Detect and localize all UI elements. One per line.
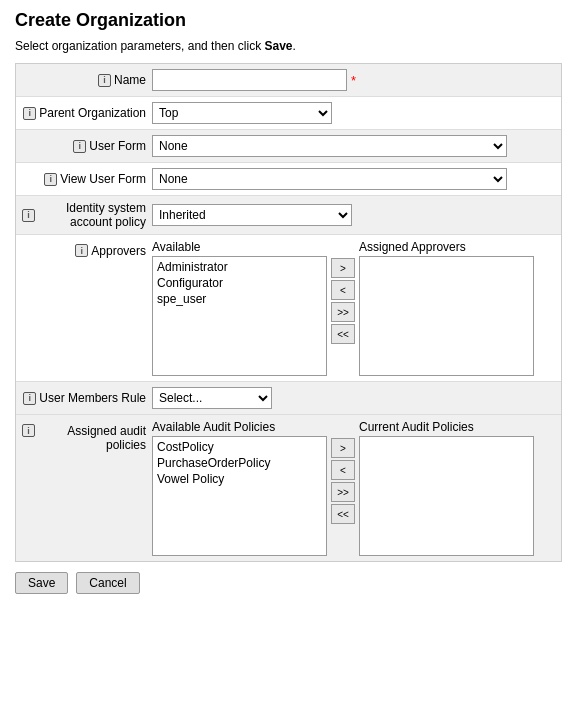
parent-org-row: i Parent Organization Top	[16, 97, 561, 130]
move-all-left-button[interactable]: <<	[331, 324, 355, 344]
approvers-label: Approvers	[91, 244, 146, 258]
list-item[interactable]: Administrator	[155, 259, 324, 275]
identity-label: Identity system account policy	[38, 201, 146, 229]
audit-move-right-button[interactable]: >	[331, 438, 355, 458]
intro-text: Select organization parameters, and then…	[15, 39, 562, 53]
action-buttons: Save Cancel	[15, 572, 562, 594]
available-audit-label: Available Audit Policies	[152, 420, 327, 434]
cancel-button[interactable]: Cancel	[76, 572, 139, 594]
user-form-label-cell: i User Form	[22, 139, 152, 153]
audit-inner: Available Audit Policies CostPolicy Purc…	[152, 420, 555, 556]
approvers-info-icon[interactable]: i	[75, 244, 88, 257]
move-all-right-button[interactable]: >>	[331, 302, 355, 322]
approvers-label-cell: i Approvers	[22, 240, 152, 258]
audit-move-all-left-button[interactable]: <<	[331, 504, 355, 524]
approvers-lists: Available Administrator Configurator spe…	[152, 240, 555, 376]
name-info-icon[interactable]: i	[98, 74, 111, 87]
audit-policies-row: i Assigned audit policies Available Audi…	[16, 415, 561, 561]
required-star: *	[351, 73, 356, 88]
current-audit-section: Current Audit Policies	[359, 420, 534, 556]
user-members-row: i User Members Rule Select...	[16, 382, 561, 415]
name-row: i Name *	[16, 64, 561, 97]
create-org-form: i Name * i Parent Organization Top i Use…	[15, 63, 562, 562]
parent-org-label: Parent Organization	[39, 106, 146, 120]
audit-move-left-button[interactable]: <	[331, 460, 355, 480]
view-user-form-label: View User Form	[60, 172, 146, 186]
list-item[interactable]: CostPolicy	[155, 439, 324, 455]
audit-move-all-right-button[interactable]: >>	[331, 482, 355, 502]
parent-org-control: Top	[152, 102, 555, 124]
available-audit-list[interactable]: CostPolicy PurchaseOrderPolicy Vowel Pol…	[152, 436, 327, 556]
audit-info-icon[interactable]: i	[22, 424, 35, 437]
view-user-form-row: i View User Form None	[16, 163, 561, 196]
audit-label-cell: i Assigned audit policies	[22, 420, 152, 452]
parent-org-label-cell: i Parent Organization	[22, 106, 152, 120]
move-left-button[interactable]: <	[331, 280, 355, 300]
name-label: Name	[114, 73, 146, 87]
user-members-label-cell: i User Members Rule	[22, 391, 152, 405]
name-input[interactable]	[152, 69, 347, 91]
name-control: *	[152, 69, 555, 91]
user-members-info-icon[interactable]: i	[23, 392, 36, 405]
list-item[interactable]: Vowel Policy	[155, 471, 324, 487]
name-label-cell: i Name	[22, 73, 152, 87]
audit-lists: Available Audit Policies CostPolicy Purc…	[152, 420, 555, 556]
identity-info-icon[interactable]: i	[22, 209, 35, 222]
user-members-control: Select...	[152, 387, 555, 409]
assigned-approvers-label: Assigned Approvers	[359, 240, 534, 254]
current-audit-label: Current Audit Policies	[359, 420, 534, 434]
identity-select[interactable]: Inherited	[152, 204, 352, 226]
assigned-approvers-list[interactable]	[359, 256, 534, 376]
page-title: Create Organization	[15, 10, 562, 31]
audit-arrow-buttons: > < >> <<	[331, 420, 355, 524]
approvers-inner: Available Administrator Configurator spe…	[152, 240, 555, 376]
list-item[interactable]: spe_user	[155, 291, 324, 307]
user-form-info-icon[interactable]: i	[73, 140, 86, 153]
audit-label: Assigned audit policies	[38, 424, 146, 452]
available-audit-section: Available Audit Policies CostPolicy Purc…	[152, 420, 327, 556]
available-approvers-label: Available	[152, 240, 327, 254]
view-user-form-label-cell: i View User Form	[22, 172, 152, 186]
list-item[interactable]: Configurator	[155, 275, 324, 291]
user-members-label: User Members Rule	[39, 391, 146, 405]
save-button[interactable]: Save	[15, 572, 68, 594]
user-form-select[interactable]: None	[152, 135, 507, 157]
available-approvers-list[interactable]: Administrator Configurator spe_user	[152, 256, 327, 376]
parent-org-select[interactable]: Top	[152, 102, 332, 124]
identity-control: Inherited	[152, 204, 555, 226]
current-audit-list[interactable]	[359, 436, 534, 556]
assigned-approvers-section: Assigned Approvers	[359, 240, 534, 376]
view-user-form-control: None	[152, 168, 555, 190]
list-item[interactable]: PurchaseOrderPolicy	[155, 455, 324, 471]
view-user-form-info-icon[interactable]: i	[44, 173, 57, 186]
approvers-row: i Approvers Available Administrator Conf…	[16, 235, 561, 382]
move-right-button[interactable]: >	[331, 258, 355, 278]
user-form-row: i User Form None	[16, 130, 561, 163]
parent-org-info-icon[interactable]: i	[23, 107, 36, 120]
approvers-arrow-buttons: > < >> <<	[331, 240, 355, 344]
identity-label-cell: i Identity system account policy	[22, 201, 152, 229]
view-user-form-select[interactable]: None	[152, 168, 507, 190]
identity-row: i Identity system account policy Inherit…	[16, 196, 561, 235]
available-approvers-section: Available Administrator Configurator spe…	[152, 240, 327, 376]
user-form-label: User Form	[89, 139, 146, 153]
user-form-control: None	[152, 135, 555, 157]
user-members-select[interactable]: Select...	[152, 387, 272, 409]
